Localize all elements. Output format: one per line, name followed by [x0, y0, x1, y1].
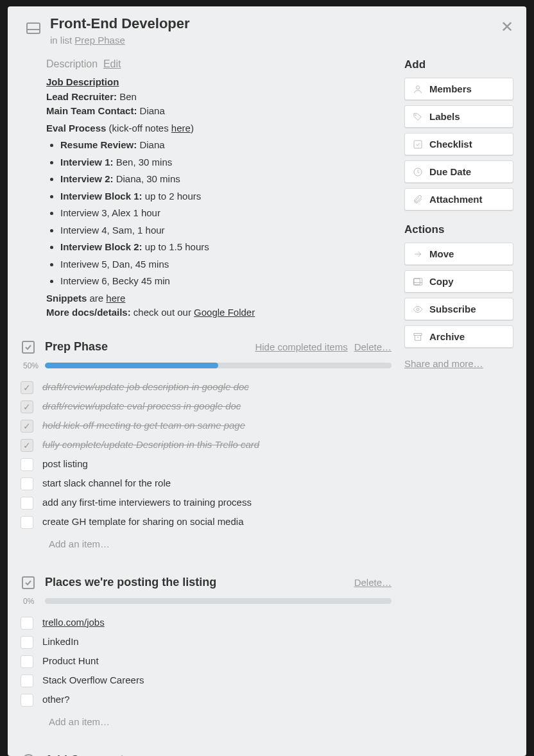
- attachment-icon: [413, 194, 423, 205]
- eval-list-item: Interview Block 2: up to 1.5 hours: [60, 240, 392, 255]
- subscribe-label: Subscribe: [429, 304, 476, 314]
- checklist-item[interactable]: other?: [21, 691, 392, 710]
- checklist-actions: Hide completed itemsDelete…: [248, 341, 392, 352]
- add-comment-section: Add Comment: [21, 753, 392, 757]
- checklist-item-label: trello.com/jobs: [42, 617, 105, 628]
- checklist-item-label: draft/review/update eval process in goog…: [42, 400, 241, 411]
- eval-process-list: Resume Review: DianaInterview 1: Ben, 30…: [46, 138, 392, 289]
- card-modal: ✕ Front-End Developer in list Prep Phase…: [8, 6, 526, 756]
- sidebar-column: Add MembersLabelsChecklistDue DateAttach…: [404, 58, 513, 756]
- card-title[interactable]: Front-End Developer: [50, 15, 190, 32]
- progress-percent: 0%: [23, 597, 45, 606]
- checkbox[interactable]: [21, 516, 33, 529]
- checkbox[interactable]: [21, 655, 33, 668]
- eval-notes-link[interactable]: here: [171, 123, 191, 133]
- checklist-item-label: post listing: [42, 458, 88, 469]
- checklist-item-label: LinkedIn: [42, 636, 79, 647]
- svg-point-5: [415, 114, 416, 115]
- checklist-item[interactable]: hold kick-off meeting to get team on sam…: [21, 417, 392, 436]
- add-checklist-item[interactable]: Add an item…: [21, 710, 392, 734]
- checklist-item-label: create GH template for sharing on social…: [42, 516, 243, 527]
- card-list-prefix: in list: [50, 35, 74, 46]
- card-list-link[interactable]: Prep Phase: [74, 35, 125, 46]
- labels-button[interactable]: Labels: [404, 105, 513, 128]
- checklist-item-label: add any first-time interviewers to train…: [42, 497, 252, 508]
- checklist-item[interactable]: Product Hunt: [21, 652, 392, 671]
- close-button[interactable]: ✕: [501, 19, 513, 35]
- checklist-title[interactable]: Places we're posting the listing: [45, 576, 348, 589]
- move-button[interactable]: Move: [404, 243, 513, 265]
- eval-list-item: Interview 6, Becky 45 min: [60, 274, 392, 289]
- progress-fill: [45, 363, 218, 368]
- description-body[interactable]: Job Description Lead Recruiter: Ben Main…: [46, 75, 392, 320]
- checklist-item[interactable]: start slack channel for the role: [21, 474, 392, 494]
- edit-description-link[interactable]: Edit: [103, 58, 121, 69]
- svg-rect-8: [414, 279, 420, 284]
- snippets-link[interactable]: here: [106, 293, 125, 304]
- checklist-item[interactable]: add any first-time interviewers to train…: [21, 494, 392, 513]
- labels-icon: [413, 112, 423, 122]
- more-docs-text: check out our: [131, 307, 194, 318]
- description-label: Description: [46, 58, 98, 69]
- hide-completed-link[interactable]: Hide completed items: [255, 341, 347, 352]
- subscribe-icon: [413, 304, 423, 314]
- google-folder-link[interactable]: Google Folder: [194, 307, 255, 318]
- checkbox[interactable]: [21, 439, 33, 452]
- checklist-item[interactable]: fully complete/update Description in thi…: [21, 436, 392, 455]
- checkbox[interactable]: [21, 694, 33, 707]
- checklist-item[interactable]: draft/review/update job description in g…: [21, 378, 392, 397]
- checkbox[interactable]: [21, 400, 33, 413]
- archive-button[interactable]: Archive: [404, 325, 513, 348]
- job-description-link[interactable]: Job Description: [46, 76, 119, 87]
- copy-icon: [413, 277, 423, 287]
- lead-recruiter-value: Ben: [117, 91, 137, 102]
- checklist-item[interactable]: trello.com/jobs: [21, 614, 392, 633]
- copy-button[interactable]: Copy: [404, 270, 513, 293]
- checkbox[interactable]: [21, 497, 33, 510]
- eval-process-label: Eval Process: [46, 123, 106, 133]
- checkbox[interactable]: [21, 381, 33, 394]
- checklist-item[interactable]: LinkedIn: [21, 633, 392, 652]
- checklist-title[interactable]: Prep Phase: [45, 340, 248, 354]
- archive-icon: [413, 332, 423, 342]
- checkbox[interactable]: [21, 458, 33, 471]
- eval-notes-suffix: ): [191, 123, 194, 133]
- more-docs-label: More docs/details:: [46, 307, 131, 318]
- main-column: Description Edit Job Description Lead Re…: [21, 58, 392, 756]
- checklist-item-link[interactable]: trello.com/jobs: [42, 617, 105, 628]
- add-comment-title: Add Comment: [45, 753, 124, 756]
- subscribe-button[interactable]: Subscribe: [404, 298, 513, 320]
- labels-label: Labels: [429, 111, 460, 122]
- checklist-item[interactable]: Stack Overflow Careers: [21, 671, 392, 691]
- checkbox[interactable]: [21, 636, 33, 649]
- archive-label: Archive: [429, 331, 465, 342]
- checkbox[interactable]: [21, 674, 33, 687]
- duedate-button[interactable]: Due Date: [404, 160, 513, 183]
- lead-recruiter-label: Lead Recruiter:: [46, 91, 117, 102]
- checkbox[interactable]: [21, 617, 33, 630]
- checkbox[interactable]: [21, 477, 33, 490]
- checklist-icon: [21, 339, 36, 355]
- checklist-button[interactable]: Checklist: [404, 133, 513, 155]
- members-button[interactable]: Members: [404, 78, 513, 100]
- svg-rect-13: [414, 333, 422, 335]
- svg-rect-10: [413, 278, 422, 285]
- attachment-button[interactable]: Attachment: [404, 188, 513, 210]
- checklist-item-label: fully complete/update Description in thi…: [42, 439, 259, 450]
- add-heading: Add: [404, 58, 513, 71]
- checklist-item-label: Product Hunt: [42, 655, 99, 666]
- checklist-item[interactable]: create GH template for sharing on social…: [21, 513, 392, 532]
- eval-list-item: Interview Block 1: up to 2 hours: [60, 189, 392, 204]
- add-checklist-item[interactable]: Add an item…: [21, 532, 392, 556]
- svg-rect-6: [414, 141, 422, 148]
- description-header: Description Edit: [46, 58, 392, 70]
- eval-list-item: Interview 3, Alex 1 hour: [60, 206, 392, 221]
- duedate-label: Due Date: [429, 166, 471, 177]
- checklist-icon: [413, 139, 423, 150]
- checklist-item[interactable]: draft/review/update eval process in goog…: [21, 397, 392, 417]
- share-and-more-link[interactable]: Share and more…: [404, 358, 513, 369]
- checklist-item[interactable]: post listing: [21, 455, 392, 474]
- checkbox[interactable]: [21, 420, 33, 433]
- delete-checklist-link[interactable]: Delete…: [354, 341, 392, 352]
- delete-checklist-link[interactable]: Delete…: [354, 577, 392, 588]
